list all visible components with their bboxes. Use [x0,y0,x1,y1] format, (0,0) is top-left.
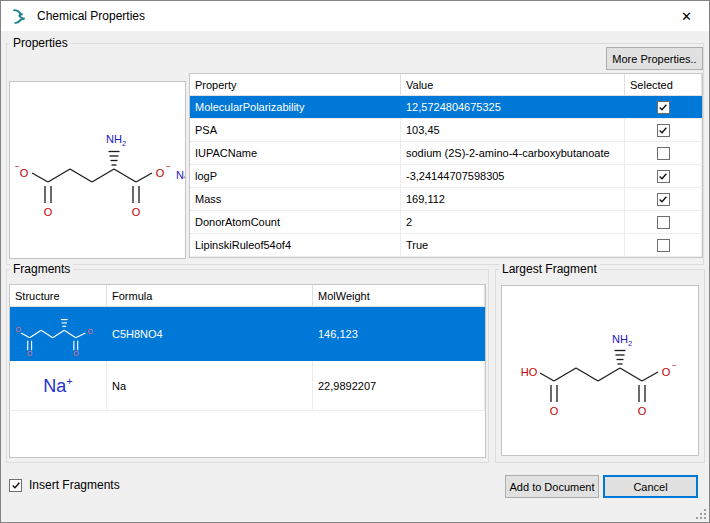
oxygen-label: O [132,206,141,218]
property-selected-cell [625,211,702,233]
sodium-label: Na [176,169,186,181]
column-header-formula[interactable]: Formula [107,285,313,306]
largest-fragment-panel: HO O O O − NH 2 [501,285,699,456]
oxygen-label: O [550,405,559,417]
oxygen-label: O [20,167,29,179]
close-icon: ✕ [681,9,692,24]
fragment-structure-cell: O O O O [10,307,107,361]
column-header-molweight[interactable]: MolWeight [313,285,485,306]
selected-checkbox[interactable] [657,239,670,252]
insert-fragments-option: Insert Fragments [9,478,120,492]
properties-table: Property Value Selected MolecularPolariz… [189,73,703,258]
selected-checkbox[interactable] [657,147,670,160]
oxygen-label: O [638,405,647,417]
fragment-formula-cell: C5H8NO4 [107,307,313,361]
property-value-cell: sodium (2S)-2-amino-4-carboxybutanoate [401,142,625,164]
property-name-cell: PSA [190,119,401,141]
property-value-cell: 169,112 [401,188,625,210]
add-to-document-button[interactable]: Add to Document [505,475,599,498]
table-row[interactable]: LipinskiRuleof54of4 True [190,234,702,257]
minus-charge: − [672,361,677,370]
column-header-structure[interactable]: Structure [10,285,107,306]
largest-fragment-group-label: Largest Fragment [499,262,600,276]
table-row[interactable]: MolecularPolarizability 12,5724804675325 [190,96,702,119]
table-row[interactable]: logP -3,24144707598305 [190,165,702,188]
oxygen-label: O [662,366,671,378]
fragments-table-header: Structure Formula MolWeight [10,285,485,307]
property-name-cell: logP [190,165,401,187]
plus-charge: + [66,375,72,387]
oxygen-label: O [156,167,165,179]
table-row[interactable]: IUPACName sodium (2S)-2-amino-4-carboxyb… [190,142,702,165]
amine-label: NH [106,133,122,145]
close-button[interactable]: ✕ [664,1,709,31]
table-row[interactable]: PSA 103,45 [190,119,702,142]
property-name-cell: MolecularPolarizability [190,96,401,118]
fragment-structure-cell: Na+ [10,361,107,410]
molecule-preview-panel: O − O O − O NH 2 Na [9,81,186,259]
oxygen-label: O [27,350,32,357]
selected-checkbox[interactable] [657,216,670,229]
amine-subscript: 2 [122,139,126,148]
fragment-molweight-cell: 146,123 [313,307,485,361]
fragments-table: Structure Formula MolWeight [9,284,486,458]
table-row[interactable]: Mass 169,112 [190,188,702,211]
selected-checkbox[interactable] [657,193,670,206]
amine-label: NH [612,333,628,345]
fragment-row[interactable]: O O O O C5H8NO4 146,123 [10,307,485,361]
properties-group-label: Properties [10,36,71,50]
hydroxyl-label: HO [521,366,538,378]
check-icon [11,480,21,490]
property-value-cell: True [401,234,625,256]
property-value-cell: 12,5724804675325 [401,96,625,118]
insert-fragments-label: Insert Fragments [29,478,120,492]
selected-checkbox[interactable] [657,101,670,114]
property-selected-cell [625,165,702,187]
glutamate-fragment-structure: O O O O [12,309,104,359]
fragments-group-label: Fragments [10,262,73,276]
chemical-properties-dialog: Chemical Properties ✕ Properties More Pr… [0,0,710,523]
check-icon [658,125,668,135]
column-header-selected[interactable]: Selected [625,74,702,95]
properties-table-header: Property Value Selected [190,74,702,96]
selected-checkbox[interactable] [657,170,670,183]
check-icon [658,171,668,181]
glutamic-acid-structure: HO O O O − NH 2 [502,286,699,456]
sodium-label: Na [43,376,66,396]
property-value-cell: 2 [401,211,625,233]
oxygen-label: O [88,328,93,335]
property-name-cell: Mass [190,188,401,210]
app-icon [11,8,28,25]
property-value-cell: 103,45 [401,119,625,141]
insert-fragments-checkbox[interactable] [9,479,22,492]
oxygen-label: O [44,206,53,218]
property-value-cell: -3,24144707598305 [401,165,625,187]
sodium-ion-structure: Na+ [43,375,72,397]
resize-grip[interactable] [695,508,707,520]
property-selected-cell [625,188,702,210]
title-bar: Chemical Properties ✕ [1,1,709,31]
property-selected-cell [625,142,702,164]
property-selected-cell [625,119,702,141]
check-icon [658,194,668,204]
property-name-cell: DonorAtomCount [190,211,401,233]
minus-charge: − [15,162,20,171]
property-name-cell: IUPACName [190,142,401,164]
column-header-property[interactable]: Property [190,74,401,95]
cancel-button[interactable]: Cancel [603,475,698,498]
oxygen-label: O [73,350,78,357]
fragment-formula-cell: Na [107,361,313,410]
fragment-molweight-cell: 22,9892207 [313,361,485,410]
more-properties-button[interactable]: More Properties.. [606,47,703,70]
property-selected-cell [625,96,702,118]
check-icon [658,102,668,112]
sodium-glutamate-structure: O − O O − O NH 2 Na [10,82,186,259]
oxygen-label: O [15,326,20,333]
table-row[interactable]: DonorAtomCount 2 [190,211,702,234]
property-selected-cell [625,234,702,256]
minus-charge: − [166,162,171,171]
column-header-value[interactable]: Value [401,74,625,95]
selected-checkbox[interactable] [657,124,670,137]
fragment-row[interactable]: Na+ Na 22,9892207 [10,361,485,411]
property-name-cell: LipinskiRuleof54of4 [190,234,401,256]
